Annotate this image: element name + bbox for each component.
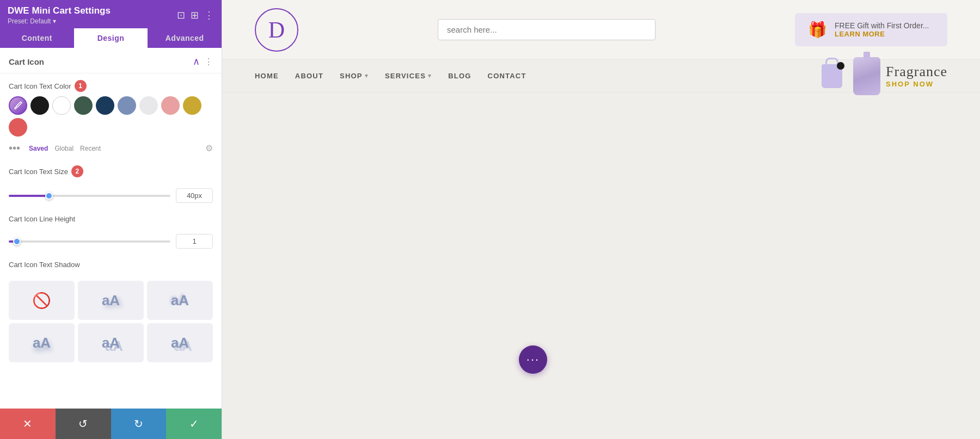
dots-text: ··· <box>526 353 540 367</box>
logo-letter: D <box>268 17 285 43</box>
panel-body: Cart Icon ∧ ⋮ Cart Icon Text Color 1 <box>0 48 222 439</box>
preview-area: D 🎁 FREE Gift with First Order... LEARN … <box>222 0 980 439</box>
swatch-light-gray[interactable] <box>139 96 158 115</box>
left-panel: DWE Mini Cart Settings Preset: Default ▾… <box>0 0 222 439</box>
swatch-gold[interactable] <box>183 96 201 115</box>
tab-design[interactable]: Design <box>74 28 148 48</box>
panel-tabs: Content Design Advanced <box>0 28 222 48</box>
swatch-rose[interactable] <box>161 96 180 115</box>
color-tab-saved[interactable]: Saved <box>27 144 50 153</box>
chevron-down-icon: ▾ <box>365 72 369 79</box>
badge-2: 2 <box>71 165 83 177</box>
panel-header-icons: ⊡ ⊞ ⋮ <box>177 9 214 21</box>
swatch-dark-blue[interactable] <box>96 96 114 115</box>
promo-banner: 🎁 FREE Gift with First Order... LEARN MO… <box>795 13 947 46</box>
collapse-button[interactable]: ∧ <box>193 55 200 67</box>
cart-icon-text-color-label: Cart Icon Text Color 1 <box>9 80 213 92</box>
search-input[interactable] <box>438 19 656 40</box>
color-eyedropper[interactable] <box>9 96 27 115</box>
floating-dots-button[interactable]: ··· <box>519 345 547 374</box>
swatch-steel-blue[interactable] <box>118 96 136 115</box>
shadow-option-4[interactable]: aA <box>78 323 144 362</box>
cart-dot <box>837 62 844 70</box>
tab-content[interactable]: Content <box>0 28 74 48</box>
nav-links: HOME ABOUT SHOP▾ SERVICES▾ BLOG CONTACT <box>255 72 526 80</box>
shadow-text-1: aA <box>102 292 120 309</box>
grid-icon[interactable]: ⊞ <box>191 9 199 21</box>
cancel-button[interactable]: ✕ <box>0 409 56 439</box>
cart-icon-text-size-label: Cart Icon Text Size 2 <box>9 165 213 177</box>
nav-right: Fragrance SHOP NOW <box>822 57 947 95</box>
panel-header: DWE Mini Cart Settings Preset: Default ▾… <box>0 0 222 28</box>
color-swatches <box>9 96 213 137</box>
undo-button[interactable]: ↺ <box>56 409 111 439</box>
shadow-option-5[interactable]: aA <box>147 323 213 362</box>
shadow-option-1[interactable]: aA <box>78 281 144 320</box>
fullscreen-icon[interactable]: ⊡ <box>177 9 185 21</box>
badge-1: 1 <box>75 80 87 92</box>
cart-icon-text-shadow-row: Cart Icon Text Shadow <box>0 254 222 276</box>
redo-button[interactable]: ↻ <box>111 409 167 439</box>
cart-bag <box>822 64 842 88</box>
shadow-option-3[interactable]: aA <box>9 323 75 362</box>
gift-icon: 🎁 <box>808 21 827 39</box>
color-tabs-row: ••• Saved Global Recent ⚙ <box>0 142 222 159</box>
color-tab-recent[interactable]: Recent <box>78 144 103 153</box>
color-tab-global[interactable]: Global <box>52 144 76 153</box>
promo-main-text: FREE Gift with First Order... <box>835 21 929 30</box>
cart-icon-text-size-row: Cart Icon Text Size 2 <box>0 159 222 185</box>
text-size-slider-row: 40px <box>0 185 222 208</box>
chevron-down-icon-2: ▾ <box>428 72 432 79</box>
preview-nav: HOME ABOUT SHOP▾ SERVICES▾ BLOG CONTACT … <box>222 60 980 92</box>
shadow-grid: 🚫 aA aA aA aA aA <box>0 276 222 367</box>
save-button[interactable]: ✓ <box>166 409 222 439</box>
text-size-slider-track[interactable] <box>9 195 170 197</box>
swatch-white[interactable] <box>52 96 71 115</box>
promo-link[interactable]: LEARN MORE <box>835 30 929 38</box>
swatch-black[interactable] <box>30 96 49 115</box>
cart-icon-line-height-row: Cart Icon Line Height <box>0 208 222 231</box>
nav-shop[interactable]: SHOP▾ <box>340 72 369 80</box>
text-size-input[interactable]: 40px <box>176 188 213 203</box>
nav-home[interactable]: HOME <box>255 72 279 80</box>
nav-contact[interactable]: CONTACT <box>488 72 526 80</box>
section-title: Cart Icon <box>9 57 44 66</box>
panel-preset: Preset: Default ▾ <box>8 17 111 25</box>
nav-services[interactable]: SERVICES▾ <box>385 72 432 80</box>
shadow-text-2: aA <box>171 292 189 309</box>
fragrance-image <box>853 57 880 95</box>
cart-icon[interactable] <box>822 64 842 88</box>
preview-top-bar: D 🎁 FREE Gift with First Order... LEARN … <box>222 0 980 60</box>
nav-blog[interactable]: BLOG <box>448 72 471 80</box>
logo: D <box>255 8 298 52</box>
cart-icon-line-height-label: Cart Icon Line Height <box>9 215 213 223</box>
fragrance-block: Fragrance SHOP NOW <box>853 57 947 95</box>
fragrance-text: Fragrance SHOP NOW <box>886 64 947 88</box>
no-shadow-icon: 🚫 <box>32 292 51 310</box>
promo-text: FREE Gift with First Order... LEARN MORE <box>835 21 929 38</box>
line-height-slider-track[interactable] <box>9 240 170 243</box>
shadow-text-3: aA <box>33 335 51 351</box>
line-height-input[interactable]: 1 <box>176 234 213 249</box>
swatch-red[interactable] <box>9 118 27 137</box>
shadow-option-2[interactable]: aA <box>147 281 213 320</box>
more-options-icon[interactable]: ⋮ <box>204 9 214 21</box>
nav-about[interactable]: ABOUT <box>295 72 323 80</box>
bottom-bar: ✕ ↺ ↻ ✓ <box>0 409 222 439</box>
cart-icon-text-color-row: Cart Icon Text Color 1 <box>0 73 222 142</box>
panel-title: DWE Mini Cart Settings <box>8 5 111 16</box>
color-settings-icon[interactable]: ⚙ <box>205 143 213 153</box>
shadow-text-4: aA <box>102 335 120 351</box>
shadow-text-5: aA <box>171 335 189 351</box>
fragrance-shop-now[interactable]: SHOP NOW <box>886 80 947 88</box>
line-height-slider-row: 1 <box>0 231 222 254</box>
fragrance-name: Fragrance <box>886 64 947 80</box>
dots-button[interactable]: ••• <box>9 142 20 154</box>
section-header-right: ∧ ⋮ <box>193 55 213 67</box>
cart-icon-text-shadow-label: Cart Icon Text Shadow <box>9 261 213 269</box>
shadow-option-none[interactable]: 🚫 <box>9 281 75 320</box>
section-header: Cart Icon ∧ ⋮ <box>0 48 222 73</box>
tab-advanced[interactable]: Advanced <box>148 28 222 48</box>
section-more-button[interactable]: ⋮ <box>204 57 213 67</box>
swatch-dark-green[interactable] <box>74 96 93 115</box>
